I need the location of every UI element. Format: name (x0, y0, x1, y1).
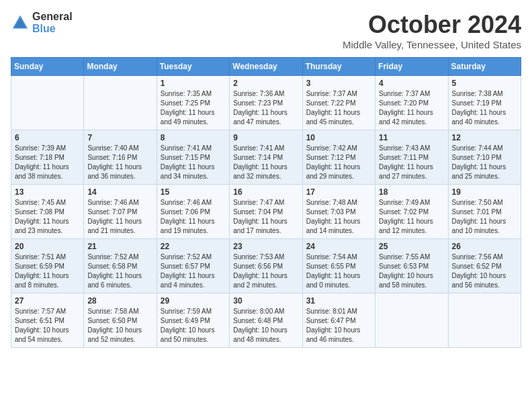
day-number: 2 (233, 79, 298, 88)
day-info: Sunrise: 8:01 AM Sunset: 6:47 PM Dayligh… (306, 307, 371, 345)
day-info: Sunrise: 7:55 AM Sunset: 6:53 PM Dayligh… (379, 253, 444, 290)
logo-text: General Blue (32, 11, 73, 35)
day-info: Sunrise: 7:52 AM Sunset: 6:58 PM Dayligh… (87, 253, 152, 290)
calendar-cell: 9Sunrise: 7:41 AM Sunset: 7:14 PM Daylig… (230, 130, 302, 185)
calendar-cell: 30Sunrise: 8:00 AM Sunset: 6:48 PM Dayli… (230, 293, 302, 348)
day-number: 28 (87, 296, 152, 306)
header-day-thursday: Thursday (302, 58, 375, 76)
calendar-cell: 26Sunrise: 7:56 AM Sunset: 6:52 PM Dayli… (448, 239, 521, 293)
day-number: 7 (87, 133, 152, 142)
day-info: Sunrise: 7:48 AM Sunset: 7:03 PM Dayligh… (306, 198, 371, 236)
calendar-cell: 31Sunrise: 8:01 AM Sunset: 6:47 PM Dayli… (302, 293, 375, 348)
calendar-cell: 14Sunrise: 7:46 AM Sunset: 7:07 PM Dayli… (84, 185, 157, 239)
calendar-cell: 13Sunrise: 7:45 AM Sunset: 7:08 PM Dayli… (11, 185, 84, 239)
calendar-cell: 3Sunrise: 7:37 AM Sunset: 7:22 PM Daylig… (302, 76, 375, 130)
header-day-tuesday: Tuesday (157, 58, 229, 76)
calendar-cell: 1Sunrise: 7:35 AM Sunset: 7:25 PM Daylig… (157, 76, 229, 130)
day-number: 12 (452, 133, 517, 142)
day-info: Sunrise: 7:52 AM Sunset: 6:57 PM Dayligh… (161, 253, 226, 290)
header-day-friday: Friday (375, 58, 448, 76)
day-info: Sunrise: 7:44 AM Sunset: 7:10 PM Dayligh… (452, 144, 517, 181)
calendar-cell: 25Sunrise: 7:55 AM Sunset: 6:53 PM Dayli… (375, 239, 448, 293)
calendar-cell: 10Sunrise: 7:42 AM Sunset: 7:12 PM Dayli… (302, 130, 375, 185)
day-number: 6 (15, 133, 80, 142)
calendar-cell: 28Sunrise: 7:58 AM Sunset: 6:50 PM Dayli… (84, 293, 157, 348)
day-number: 5 (452, 79, 517, 88)
day-info: Sunrise: 8:00 AM Sunset: 6:48 PM Dayligh… (233, 307, 298, 345)
calendar-week-row: 20Sunrise: 7:51 AM Sunset: 6:59 PM Dayli… (11, 239, 521, 293)
calendar-week-row: 27Sunrise: 7:57 AM Sunset: 6:51 PM Dayli… (11, 293, 521, 348)
calendar-cell: 4Sunrise: 7:37 AM Sunset: 7:20 PM Daylig… (375, 76, 448, 130)
day-info: Sunrise: 7:54 AM Sunset: 6:55 PM Dayligh… (306, 253, 371, 290)
day-info: Sunrise: 7:51 AM Sunset: 6:59 PM Dayligh… (15, 253, 80, 290)
day-number: 16 (233, 187, 298, 197)
day-number: 9 (233, 133, 298, 142)
title-block: October 2024 Middle Valley, Tennessee, U… (343, 11, 521, 50)
day-number: 24 (306, 242, 371, 251)
day-info: Sunrise: 7:47 AM Sunset: 7:04 PM Dayligh… (233, 198, 298, 236)
location-title: Middle Valley, Tennessee, United States (343, 39, 521, 50)
calendar-cell: 20Sunrise: 7:51 AM Sunset: 6:59 PM Dayli… (11, 239, 84, 293)
day-info: Sunrise: 7:36 AM Sunset: 7:23 PM Dayligh… (233, 89, 298, 127)
day-number: 30 (233, 296, 298, 306)
logo: General Blue (11, 11, 73, 35)
day-info: Sunrise: 7:58 AM Sunset: 6:50 PM Dayligh… (87, 307, 152, 345)
day-info: Sunrise: 7:42 AM Sunset: 7:12 PM Dayligh… (306, 144, 371, 181)
day-number: 8 (161, 133, 226, 142)
day-number: 11 (379, 133, 444, 142)
calendar-cell: 23Sunrise: 7:53 AM Sunset: 6:56 PM Dayli… (230, 239, 302, 293)
calendar-cell: 11Sunrise: 7:43 AM Sunset: 7:11 PM Dayli… (375, 130, 448, 185)
calendar-cell: 15Sunrise: 7:46 AM Sunset: 7:06 PM Dayli… (157, 185, 229, 239)
calendar-table: SundayMondayTuesdayWednesdayThursdayFrid… (11, 57, 521, 348)
day-info: Sunrise: 7:37 AM Sunset: 7:22 PM Dayligh… (306, 89, 371, 127)
header-day-monday: Monday (84, 58, 157, 76)
day-number: 26 (452, 242, 517, 251)
calendar-header-row: SundayMondayTuesdayWednesdayThursdayFrid… (11, 58, 521, 76)
day-number: 29 (161, 296, 226, 306)
day-info: Sunrise: 7:37 AM Sunset: 7:20 PM Dayligh… (379, 89, 444, 127)
header-day-wednesday: Wednesday (230, 58, 302, 76)
calendar-cell (84, 76, 157, 130)
day-number: 27 (15, 296, 80, 306)
day-info: Sunrise: 7:38 AM Sunset: 7:19 PM Dayligh… (452, 89, 517, 127)
day-number: 15 (161, 187, 226, 197)
day-number: 19 (452, 187, 517, 197)
day-info: Sunrise: 7:43 AM Sunset: 7:11 PM Dayligh… (379, 144, 444, 181)
day-number: 31 (306, 296, 371, 306)
calendar-cell: 8Sunrise: 7:41 AM Sunset: 7:15 PM Daylig… (157, 130, 229, 185)
calendar-week-row: 1Sunrise: 7:35 AM Sunset: 7:25 PM Daylig… (11, 76, 521, 130)
day-number: 13 (15, 187, 80, 197)
calendar-cell: 21Sunrise: 7:52 AM Sunset: 6:58 PM Dayli… (84, 239, 157, 293)
calendar-cell: 5Sunrise: 7:38 AM Sunset: 7:19 PM Daylig… (448, 76, 521, 130)
page-header: General Blue October 2024 Middle Valley,… (11, 11, 521, 50)
calendar-cell: 2Sunrise: 7:36 AM Sunset: 7:23 PM Daylig… (230, 76, 302, 130)
day-number: 3 (306, 79, 371, 88)
day-number: 14 (87, 187, 152, 197)
logo-icon (11, 13, 30, 32)
day-info: Sunrise: 7:40 AM Sunset: 7:16 PM Dayligh… (87, 144, 152, 181)
day-info: Sunrise: 7:41 AM Sunset: 7:14 PM Dayligh… (233, 144, 298, 181)
day-info: Sunrise: 7:46 AM Sunset: 7:07 PM Dayligh… (87, 198, 152, 236)
day-info: Sunrise: 7:59 AM Sunset: 6:49 PM Dayligh… (161, 307, 226, 345)
day-number: 21 (87, 242, 152, 251)
day-number: 4 (379, 79, 444, 88)
day-number: 20 (15, 242, 80, 251)
day-info: Sunrise: 7:56 AM Sunset: 6:52 PM Dayligh… (452, 253, 517, 290)
day-info: Sunrise: 7:35 AM Sunset: 7:25 PM Dayligh… (161, 89, 226, 127)
day-number: 17 (306, 187, 371, 197)
calendar-cell (448, 293, 521, 348)
header-day-saturday: Saturday (448, 58, 521, 76)
day-number: 10 (306, 133, 371, 142)
calendar-week-row: 13Sunrise: 7:45 AM Sunset: 7:08 PM Dayli… (11, 185, 521, 239)
day-info: Sunrise: 7:41 AM Sunset: 7:15 PM Dayligh… (161, 144, 226, 181)
calendar-cell (375, 293, 448, 348)
calendar-cell: 6Sunrise: 7:39 AM Sunset: 7:18 PM Daylig… (11, 130, 84, 185)
calendar-cell (11, 76, 84, 130)
calendar-body: 1Sunrise: 7:35 AM Sunset: 7:25 PM Daylig… (11, 76, 521, 348)
day-number: 23 (233, 242, 298, 251)
day-number: 1 (161, 79, 226, 88)
day-info: Sunrise: 7:39 AM Sunset: 7:18 PM Dayligh… (15, 144, 80, 181)
calendar-cell: 22Sunrise: 7:52 AM Sunset: 6:57 PM Dayli… (157, 239, 229, 293)
calendar-cell: 18Sunrise: 7:49 AM Sunset: 7:02 PM Dayli… (375, 185, 448, 239)
day-info: Sunrise: 7:50 AM Sunset: 7:01 PM Dayligh… (452, 198, 517, 236)
